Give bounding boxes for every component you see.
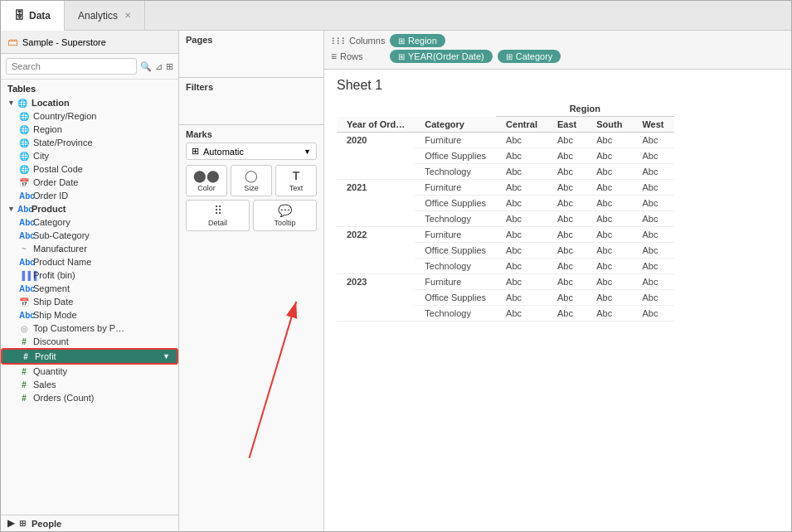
filter-icon[interactable]: ⊿ [155, 61, 163, 72]
detail-mark-btn[interactable]: ⠿ Detail [186, 200, 250, 231]
south-cell: Abc [586, 306, 632, 322]
product-group[interactable]: ▼ Abc Product [1, 202, 178, 215]
field-category[interactable]: Abc Category [1, 215, 178, 229]
field-product-name-label: Product Name [33, 257, 91, 267]
field-order-id[interactable]: Abc Order ID [1, 189, 178, 202]
marks-section: Marks ⊞ Automatic ▼ ⬤⬤ Color ◯ Size [179, 125, 323, 531]
category-pill[interactable]: ⊞ Category [498, 50, 561, 63]
segment-abc-icon: Abc [19, 284, 29, 293]
field-quantity[interactable]: # Quantity [1, 365, 178, 378]
field-country-label: Country/Region [33, 111, 96, 121]
shelf-area: ⫶⫶⫶ Columns ⊞ Region ≡ Rows ⊞ YE [324, 31, 791, 70]
region-pill[interactable]: ⊞ Region [390, 34, 445, 47]
marks-dropdown-icon: ⊞ [192, 146, 199, 157]
category-cell: Office Supplies [415, 196, 496, 211]
south-cell: Abc [586, 227, 632, 243]
profit-hash-icon: # [21, 352, 31, 361]
field-sub-category[interactable]: Abc Sub-Category [1, 229, 178, 242]
rows-text: Rows [340, 51, 363, 61]
product-name-abc-icon: Abc [19, 258, 29, 267]
people-chevron-icon: ▶ [7, 518, 14, 529]
central-cell: Abc [496, 290, 547, 306]
east-cell: Abc [547, 243, 586, 259]
field-sales[interactable]: # Sales [1, 378, 178, 391]
marks-dropdown[interactable]: ⊞ Automatic ▼ [186, 143, 317, 160]
grid-view-icon[interactable]: ⊞ [166, 61, 173, 72]
tab-data[interactable]: 🗄 Data [1, 1, 65, 31]
pages-title: Pages [186, 35, 317, 45]
field-state-province[interactable]: 🌐 State/Province [1, 136, 178, 149]
field-top-customers[interactable]: ◎ Top Customers by P… [1, 322, 178, 335]
year-order-date-pill[interactable]: ⊞ YEAR(Order Date) [390, 50, 493, 63]
west-cell: Abc [632, 180, 673, 196]
field-top-customers-label: Top Customers by P… [33, 323, 124, 333]
location-group[interactable]: ▼ 🌐 Location [1, 96, 178, 109]
people-section[interactable]: ▶ ⊞ People [1, 515, 178, 531]
left-panel: 🗃 Sample - Superstore 🔍 ⊿ ⊞ Tables ▼ 🌐 L… [1, 31, 179, 531]
west-cell: Abc [632, 243, 673, 259]
field-profit[interactable]: # Profit ▼ [1, 348, 178, 365]
color-dots-icon: ⬤⬤ [193, 169, 220, 182]
field-discount[interactable]: # Discount [1, 335, 178, 348]
south-col-header: South [586, 117, 632, 133]
field-postal-code[interactable]: 🌐 Postal Code [1, 162, 178, 176]
marks-dropdown-label: Automatic [203, 147, 244, 157]
ship-date-calendar-icon: 📅 [19, 297, 29, 307]
field-sales-label: Sales [33, 380, 56, 389]
text-mark-btn[interactable]: T Text [275, 165, 317, 196]
tab-analytics[interactable]: Analytics ✕ [65, 1, 145, 30]
field-profit-bin-label: Profit (bin) [33, 270, 75, 280]
south-cell: Abc [586, 211, 632, 227]
orders-count-hash-icon: # [19, 394, 29, 403]
field-profit-bin[interactable]: ▐▐▐ Profit (bin) [1, 268, 178, 282]
tooltip-mark-btn[interactable]: 💬 Tooltip [253, 200, 317, 231]
country-globe-icon: 🌐 [19, 112, 29, 121]
location-globe-icon: 🌐 [17, 99, 27, 108]
category-abc-icon: Abc [19, 218, 29, 227]
category-pill-icon: ⊞ [506, 52, 513, 61]
field-city[interactable]: 🌐 City [1, 149, 178, 162]
datasource-icon: 🗃 [7, 36, 18, 48]
year-col-header: Year of Ord… [337, 117, 415, 133]
field-segment[interactable]: Abc Segment [1, 282, 178, 295]
size-mark-btn[interactable]: ◯ Size [231, 165, 272, 196]
data-tab-icon: 🗄 [14, 9, 25, 22]
field-ship-mode[interactable]: Abc Ship Mode [1, 308, 178, 322]
field-order-date[interactable]: 📅 Order Date [1, 176, 178, 189]
field-country-region[interactable]: 🌐 Country/Region [1, 109, 178, 123]
central-cell: Abc [496, 180, 547, 196]
east-col-header: East [547, 117, 586, 133]
field-ship-date[interactable]: 📅 Ship Date [1, 295, 178, 308]
tab-close-icon[interactable]: ✕ [124, 11, 131, 20]
field-orders-count[interactable]: # Orders (Count) [1, 391, 178, 404]
marks-buttons: ⬤⬤ Color ◯ Size T Text [186, 165, 317, 196]
table-row: 2020FurnitureAbcAbcAbcAbc [337, 133, 674, 148]
rows-shelf-icon: ≡ [331, 51, 337, 62]
field-manufacturer-label: Manufacturer [33, 244, 87, 254]
category-cell: Furniture [415, 227, 496, 243]
search-icon[interactable]: 🔍 [140, 61, 152, 72]
field-product-name[interactable]: Abc Product Name [1, 255, 178, 268]
field-order-id-label: Order ID [33, 191, 68, 201]
profit-bin-bar-icon: ▐▐▐ [19, 271, 29, 280]
quantity-hash-icon: # [19, 367, 29, 376]
south-cell: Abc [586, 290, 632, 306]
central-cell: Abc [496, 196, 547, 211]
columns-shelf: ⫶⫶⫶ Columns ⊞ Region [331, 34, 785, 47]
search-input[interactable] [6, 58, 137, 75]
marks-row2: ⠿ Detail 💬 Tooltip [186, 200, 317, 231]
color-mark-btn[interactable]: ⬤⬤ Color [186, 165, 227, 196]
category-pill-label: Category [516, 51, 553, 61]
tab-bar: 🗄 Data Analytics ✕ [1, 1, 791, 31]
field-manufacturer[interactable]: ~ Manufacturer [1, 242, 178, 255]
west-cell: Abc [632, 259, 673, 274]
subcategory-abc-icon: Abc [19, 231, 29, 240]
field-region[interactable]: 🌐 Region [1, 123, 178, 136]
field-postal-label: Postal Code [33, 164, 83, 174]
south-cell: Abc [586, 180, 632, 196]
marks-title: Marks [186, 129, 317, 139]
tooltip-bubble-icon: 💬 [278, 204, 292, 217]
field-ship-mode-label: Ship Mode [33, 310, 77, 320]
postal-globe-icon: 🌐 [19, 165, 29, 174]
tooltip-label: Tooltip [274, 219, 295, 227]
